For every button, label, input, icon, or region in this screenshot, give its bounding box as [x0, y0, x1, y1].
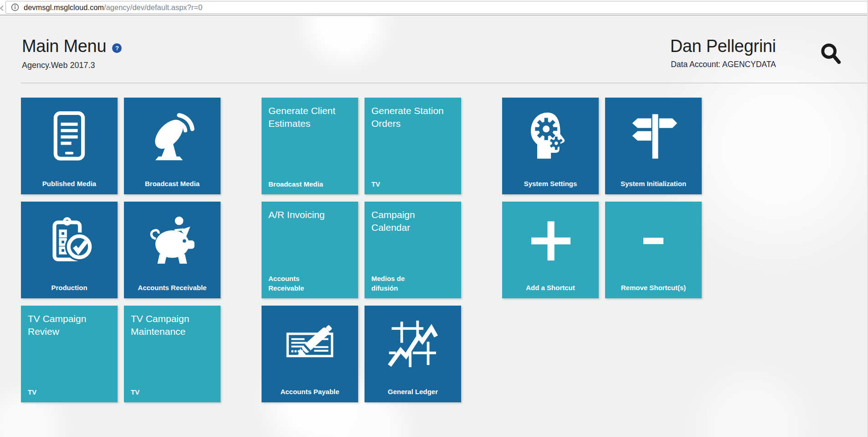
tile-add-shortcut[interactable]: Add a Shortcut [502, 202, 599, 298]
main-menu-page: Main Menu ? Agency.Web 2017.3 Dan Pelleg… [0, 16, 868, 437]
tile-ar-invoicing[interactable]: A/R Invoicing Accounts Receivable [262, 202, 358, 298]
help-icon[interactable]: ? [112, 43, 122, 53]
tile-label: Published Media [24, 180, 115, 187]
tile-label: Accounts Payable [264, 388, 355, 395]
tile-accounts-receivable[interactable]: Accounts Receivable [124, 202, 221, 298]
tile-subtitle: TV [28, 387, 36, 397]
tile-broadcast-media[interactable]: Broadcast Media [124, 98, 221, 194]
tile-remove-shortcuts[interactable]: Remove Shortcut(s) [605, 202, 702, 298]
tile-title: TV Campaign Review [28, 312, 109, 338]
info-icon[interactable] [11, 3, 19, 11]
tile-title: Campaign Calendar [371, 208, 431, 234]
tile-label: System Initialization [608, 180, 699, 187]
tile-label: Accounts Receivable [127, 284, 218, 291]
head-gears-icon [502, 106, 599, 167]
tile-accounts-payable[interactable]: Accounts Payable [262, 306, 358, 402]
user-block: Dan Pellegrini Data Account: AGENCYDATA [670, 36, 776, 69]
signpost-icon [605, 106, 702, 167]
plus-icon [502, 210, 599, 271]
minus-icon [605, 210, 702, 271]
tile-generate-station-orders[interactable]: Generate Station Orders TV [365, 98, 461, 194]
search-button[interactable] [820, 42, 842, 67]
tile-label: Remove Shortcut(s) [608, 284, 699, 291]
tile-general-ledger[interactable]: General Ledger [365, 306, 461, 402]
browser-bar: devmsgl.msglcloud.com/agency/dev/default… [0, 0, 868, 16]
header-divider [21, 83, 868, 83]
tile-campaign-calendar[interactable]: Campaign Calendar Medios de difusión [365, 202, 461, 298]
tile-published-media[interactable]: Published Media [21, 98, 118, 194]
tile-title: Generate Client Estimates [268, 104, 350, 130]
tile-label: System Settings [505, 180, 596, 187]
tile-title: Generate Station Orders [371, 104, 453, 130]
url-domain: devmsgl.msglcloud.com [24, 3, 104, 11]
user-name[interactable]: Dan Pellegrini [670, 36, 776, 56]
tile-subtitle: Accounts Receivable [268, 274, 328, 293]
tile-label: General Ledger [367, 388, 458, 395]
data-account: Data Account: AGENCYDATA [670, 60, 776, 69]
tile-system-settings[interactable]: System Settings [502, 98, 599, 194]
tile-group-media: Published Media [21, 98, 221, 402]
tile-group-system: System Settings System Initialization [502, 98, 702, 402]
piggy-bank-icon [124, 210, 221, 271]
url-input[interactable]: devmsgl.msglcloud.com/agency/dev/default… [5, 1, 868, 14]
back-arrow-icon[interactable] [0, 5, 4, 13]
check-pen-icon [262, 314, 358, 375]
tile-generate-client-estimates[interactable]: Generate Client Estimates Broadcast Medi… [262, 98, 358, 194]
tile-area: Published Media [21, 98, 868, 402]
url-text: devmsgl.msglcloud.com/agency/dev/default… [24, 3, 202, 12]
tile-subtitle: TV [131, 387, 139, 397]
tile-production[interactable]: Production [21, 202, 118, 298]
tile-tv-campaign-review[interactable]: TV Campaign Review TV [21, 306, 118, 402]
tile-label: Add a Shortcut [505, 284, 596, 291]
tile-label: Production [24, 284, 115, 291]
tile-system-initialization[interactable]: System Initialization [605, 98, 702, 194]
page-title-text: Main Menu [22, 36, 106, 56]
satellite-dish-icon [124, 106, 221, 167]
tile-title: A/R Invoicing [268, 208, 350, 221]
app-version: Agency.Web 2017.3 [22, 61, 122, 70]
tile-label: Broadcast Media [127, 180, 218, 187]
line-chart-icon [365, 314, 461, 375]
title-block: Main Menu ? Agency.Web 2017.3 [22, 36, 122, 70]
tile-tv-campaign-maintenance[interactable]: TV Campaign Maintenance TV [124, 306, 221, 402]
tile-group-shortcuts: Generate Client Estimates Broadcast Medi… [262, 98, 461, 402]
tile-subtitle: TV [371, 179, 380, 189]
app-header: Main Menu ? Agency.Web 2017.3 Dan Pelleg… [0, 16, 868, 70]
url-path: /agency/dev/default.aspx?r=0 [104, 3, 202, 11]
search-icon [820, 42, 842, 66]
page-title: Main Menu ? [22, 36, 122, 56]
tile-title: TV Campaign Maintenance [131, 312, 212, 338]
clipboard-check-icon [21, 210, 118, 271]
tablet-icon [21, 106, 118, 167]
tile-subtitle: Broadcast Media [268, 179, 323, 189]
tile-subtitle: Medios de difusión [371, 274, 431, 293]
